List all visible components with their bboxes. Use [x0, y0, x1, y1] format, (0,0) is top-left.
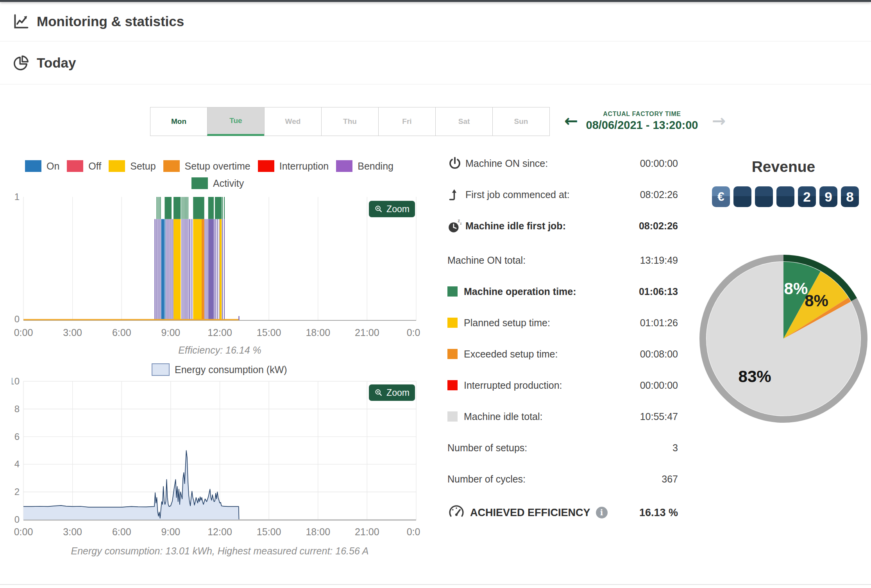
- stat-swatch-interruption: [447, 380, 458, 390]
- stat-row: Machine ON since:00:00:00: [447, 156, 678, 170]
- svg-text:2: 2: [14, 486, 20, 497]
- svg-text:0:00: 0:00: [407, 526, 420, 537]
- energy-consumption-chart: 02468100:003:006:009:0012:0015:0018:0021…: [12, 374, 420, 542]
- svg-text:3:00: 3:00: [63, 526, 82, 537]
- legend-item-off[interactable]: Off: [67, 160, 101, 172]
- stat-row: Number of setups:3: [447, 441, 678, 455]
- stat-value: 08:02:26: [639, 220, 678, 232]
- stat-value: 3: [672, 442, 678, 454]
- page-title: Monitoring & statistics: [37, 14, 184, 29]
- svg-text:12:00: 12:00: [207, 327, 232, 338]
- svg-text:12:00: 12:00: [207, 526, 232, 537]
- day-tab-mon[interactable]: Mon: [150, 107, 207, 136]
- stat-swatch-setup_overtime: [447, 349, 458, 359]
- day-tab-thu[interactable]: Thu: [321, 107, 379, 136]
- legend-label: Setup: [130, 161, 156, 172]
- stat-value: 13:19:49: [640, 255, 678, 266]
- legend-item-activity[interactable]: Activity: [191, 177, 244, 189]
- revenue-digit-tile-6: 8: [841, 186, 859, 207]
- svg-text:8%: 8%: [784, 279, 808, 298]
- power-icon: [447, 156, 465, 171]
- stat-row: Machine idle total:10:55:47: [447, 409, 678, 424]
- legend-item-setup[interactable]: Setup: [109, 160, 156, 172]
- stat-swatch-activity: [447, 286, 458, 297]
- svg-text:0:00: 0:00: [14, 526, 33, 537]
- svg-text:4: 4: [14, 459, 20, 469]
- day-tab-sat[interactable]: Sat: [435, 107, 493, 136]
- svg-text:10: 10: [12, 376, 20, 386]
- day-tab-fri[interactable]: Fri: [378, 107, 436, 136]
- legend-label: Off: [88, 161, 101, 172]
- day-picker: MonTueWedThuFriSatSun: [150, 107, 550, 136]
- svg-text:6:00: 6:00: [112, 327, 131, 338]
- stat-row: Interrupted production:00:00:00: [447, 378, 678, 392]
- state-chart-legend: OnOffSetupSetup overtimeInterruptionBend…: [25, 160, 393, 172]
- stat-value: 00:00:00: [640, 380, 678, 391]
- energy-chart-zoom-button[interactable]: Zoom: [369, 384, 415, 401]
- svg-text:15:00: 15:00: [257, 526, 281, 537]
- revenue-digit-tile-3: [776, 186, 794, 207]
- svg-text:0: 0: [14, 314, 20, 324]
- magnifier-plus-icon: [374, 205, 383, 213]
- revenue-counter: €298: [712, 186, 859, 207]
- stat-row: Exceeded setup time:00:08:00: [447, 347, 678, 361]
- revenue-digit-tile-5: 9: [819, 186, 837, 207]
- stat-value: 01:06:13: [639, 286, 678, 297]
- stat-value: 01:01:26: [640, 317, 678, 329]
- stat-label: Number of cycles:: [447, 474, 662, 485]
- legend-item-setup-overtime[interactable]: Setup overtime: [163, 160, 250, 172]
- legend-item-on[interactable]: On: [25, 160, 59, 172]
- stat-label: Interrupted production:: [464, 380, 640, 391]
- legend-swatch: [191, 177, 208, 189]
- gauge-icon: [447, 502, 470, 523]
- legend-item-interruption[interactable]: Interruption: [258, 160, 329, 172]
- bottom-divider: [0, 584, 871, 585]
- stat-row: zzMachine idle first job:08:02:26: [447, 219, 678, 233]
- achieved-efficiency-row: ACHIEVED EFFICIENCY i 16.13 %: [447, 504, 678, 521]
- revenue-title: Revenue: [723, 158, 844, 175]
- zoom-button-label: Zoom: [386, 388, 410, 398]
- stat-row: Machine ON total:13:19:49: [447, 253, 678, 267]
- svg-text:9:00: 9:00: [161, 526, 181, 537]
- legend-item-bending[interactable]: Bending: [336, 160, 393, 172]
- stat-label: First job commenced at:: [465, 189, 640, 200]
- zoom-button-label: Zoom: [386, 204, 410, 214]
- svg-text:6:00: 6:00: [112, 526, 131, 537]
- day-tab-tue[interactable]: Tue: [207, 107, 265, 136]
- legend-swatch: [336, 160, 352, 172]
- legend-swatch: [67, 160, 83, 172]
- legend-label: Setup overtime: [185, 161, 250, 172]
- stat-value: 08:02:26: [640, 189, 678, 200]
- day-tab-sun[interactable]: Sun: [492, 107, 550, 136]
- app-header: Monitoring & statistics: [0, 2, 871, 41]
- line-chart-icon: [13, 13, 30, 30]
- stat-label: Machine operation time:: [464, 286, 639, 297]
- revenue-digit-tile-1: [733, 186, 751, 207]
- svg-text:15:00: 15:00: [257, 327, 281, 338]
- legend-label: Activity: [213, 178, 244, 189]
- stat-value: 00:08:00: [640, 349, 678, 360]
- state-chart-zoom-button[interactable]: Zoom: [369, 201, 415, 217]
- stat-value: 00:00:00: [640, 158, 678, 169]
- svg-text:0: 0: [14, 514, 20, 525]
- stat-label: Machine idle total:: [464, 411, 640, 422]
- stat-row: First job commenced at:08:02:26: [447, 188, 678, 202]
- achieved-efficiency-value: 16.13 %: [608, 507, 678, 519]
- svg-text:0:00: 0:00: [14, 327, 33, 338]
- stat-value: 10:55:47: [640, 411, 678, 422]
- section-header: Today: [0, 41, 871, 84]
- stats-panel: Machine ON since:00:00:00First job comme…: [447, 156, 678, 521]
- machine-state-chart: 0:003:006:009:0012:0015:0018:0021:000:00…: [12, 192, 420, 345]
- stats-group-machine: Machine ON total:13:19:49Machine operati…: [447, 253, 678, 424]
- info-icon[interactable]: i: [596, 507, 608, 518]
- svg-text:83%: 83%: [739, 367, 771, 386]
- revenue-digit-tile-2: [755, 186, 773, 207]
- svg-text:8%: 8%: [805, 291, 828, 310]
- section-title: Today: [37, 55, 76, 71]
- stat-value: 367: [662, 474, 678, 485]
- stat-swatch-idle: [447, 411, 458, 422]
- revenue-pie-chart: 8%8%83%: [697, 252, 870, 425]
- stat-row: Planned setup time:01:01:26: [447, 316, 678, 330]
- next-day-arrow[interactable]: →: [710, 113, 728, 130]
- day-tab-wed[interactable]: Wed: [264, 107, 322, 136]
